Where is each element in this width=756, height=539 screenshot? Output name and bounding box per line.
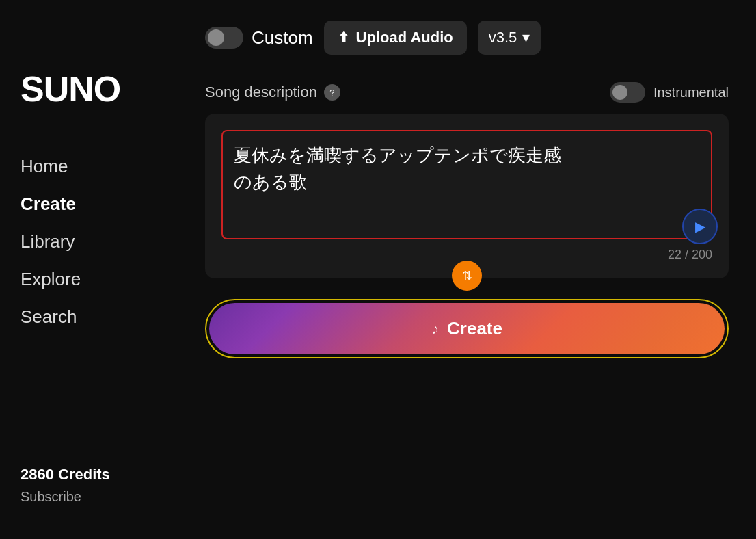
song-description-label: Song description [205, 83, 317, 101]
music-note-icon: ♪ [431, 320, 439, 338]
nav-links: Home Create Library Explore Search [21, 150, 171, 466]
upload-audio-button[interactable]: ⬆ Upload Audio [324, 21, 467, 55]
custom-label: Custom [252, 27, 313, 49]
instrumental-toggle[interactable] [610, 82, 645, 103]
instrumental-row: Instrumental [610, 82, 729, 103]
song-description-input[interactable] [221, 130, 712, 239]
credits-display: 2860 Credits [21, 466, 171, 484]
sidebar-item-create[interactable]: Create [21, 188, 171, 220]
textarea-container: ⇅ ▶ 22 / 200 [205, 114, 729, 278]
version-label: v3.5 [489, 29, 517, 47]
section-header: Song description ? Instrumental [205, 82, 729, 103]
create-button[interactable]: ♪ Create [209, 303, 725, 354]
drag-handle-icon: ⇅ [462, 268, 472, 283]
ai-icon: ▶ [695, 218, 705, 235]
upload-icon: ⬆ [338, 29, 349, 46]
char-count: 22 / 200 [221, 248, 712, 262]
instrumental-label: Instrumental [653, 85, 729, 101]
custom-toggle[interactable] [205, 27, 243, 49]
ai-suggest-button[interactable]: ▶ [682, 209, 718, 244]
sidebar-item-library[interactable]: Library [21, 226, 171, 258]
custom-toggle-container: Custom [205, 27, 313, 49]
create-button-label: Create [447, 318, 502, 339]
drag-handle[interactable]: ⇅ [452, 261, 482, 291]
section-title-row: Song description ? [205, 83, 340, 101]
sidebar-item-home[interactable]: Home [21, 150, 171, 183]
main-content: Custom ⬆ Upload Audio v3.5 ▾ Song descri… [191, 0, 756, 539]
subscribe-link[interactable]: Subscribe [21, 489, 171, 505]
sidebar-footer: 2860 Credits Subscribe [21, 466, 171, 518]
version-selector[interactable]: v3.5 ▾ [478, 21, 541, 55]
sidebar: SUNO Home Create Library Explore Search … [0, 0, 191, 539]
upload-audio-label: Upload Audio [356, 29, 453, 47]
toolbar: Custom ⬆ Upload Audio v3.5 ▾ [205, 21, 729, 55]
chevron-down-icon: ▾ [522, 29, 530, 47]
help-icon[interactable]: ? [324, 84, 340, 101]
sidebar-item-search[interactable]: Search [21, 301, 171, 333]
create-button-wrapper: ♪ Create [205, 299, 729, 358]
sidebar-item-explore[interactable]: Explore [21, 263, 171, 295]
app-logo: SUNO [21, 68, 171, 109]
